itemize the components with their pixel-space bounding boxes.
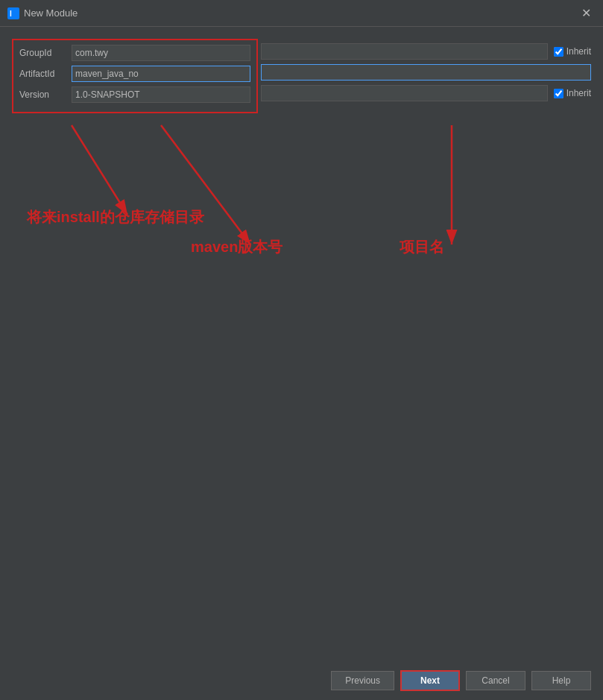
groupid-label: GroupId (19, 48, 72, 58)
previous-button[interactable]: Previous (331, 671, 394, 690)
artifactid-input[interactable] (72, 66, 250, 82)
version-label: Version (19, 89, 72, 100)
groupid-right-input[interactable] (261, 43, 548, 60)
fields-highlighted-box: GroupId ArtifactId Version (12, 39, 258, 113)
annotation-label-2: maven版本号 (191, 237, 282, 257)
version-row: Version (19, 86, 250, 103)
app-icon: I (7, 7, 19, 19)
annotation-label-1: 将来install的仓库存储目录 (27, 207, 204, 227)
help-button[interactable]: Help (531, 671, 591, 690)
version-inherit-checkbox[interactable] (554, 89, 563, 98)
groupid-inherit-label[interactable]: Inherit (554, 46, 591, 57)
version-right-input[interactable] (261, 85, 548, 101)
svg-line-3 (72, 125, 127, 215)
groupid-inherit-checkbox[interactable] (554, 47, 563, 57)
groupid-row: GroupId (19, 45, 250, 61)
dialog-title: New Module (24, 7, 577, 19)
artifactid-label: ArtifactId (19, 69, 72, 79)
close-button[interactable]: ✕ (577, 6, 596, 21)
version-input[interactable] (72, 86, 250, 103)
version-inherit-label[interactable]: Inherit (554, 88, 591, 98)
cancel-button[interactable]: Cancel (466, 671, 525, 690)
title-bar: I New Module ✕ (0, 0, 603, 27)
svg-text:I: I (10, 10, 12, 18)
artifactid-row: ArtifactId (19, 66, 250, 82)
groupid-input[interactable] (72, 45, 250, 61)
artifactid-right-input[interactable] (261, 64, 591, 81)
dialog-content: GroupId ArtifactId Version (0, 27, 603, 661)
annotations-area: 将来install的仓库存储目录 maven版本号 项目名 (12, 125, 591, 304)
dialog-footer: Previous Next Cancel Help (0, 661, 603, 700)
new-module-dialog: I New Module ✕ GroupId (0, 0, 603, 700)
annotation-label-3: 项目名 (400, 237, 444, 257)
next-button[interactable]: Next (400, 670, 460, 691)
